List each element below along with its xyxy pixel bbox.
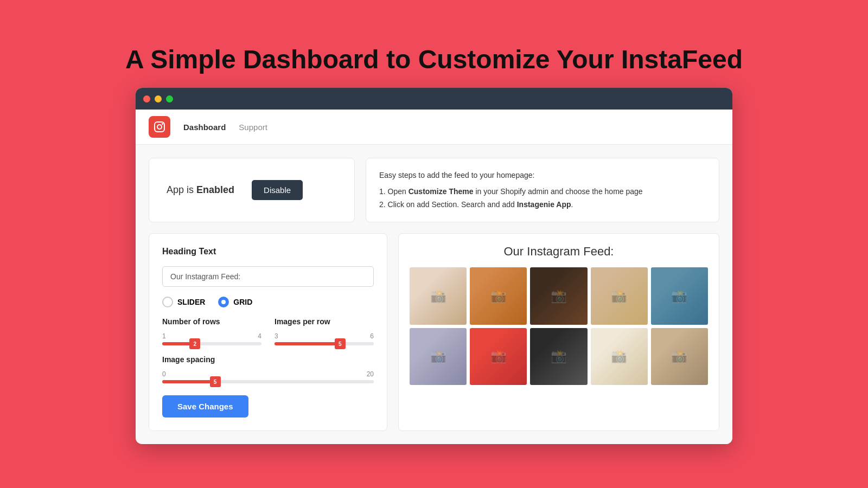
instructions-step2: 2. Click on add Section. Search and add … <box>379 198 706 211</box>
images-per-row-numbers: 3 6 <box>275 332 374 340</box>
instructions-step1: 1. Open Customize Theme in your Shopify … <box>379 185 706 198</box>
rows-slider-wrapper <box>162 342 261 345</box>
instructions-title: Easy steps to add the feed to your homep… <box>379 169 706 182</box>
spacing-wrapper <box>162 380 374 383</box>
browser-window: Dashboard Support App is Enabled Disable… <box>136 88 732 444</box>
grid-label: GRID <box>233 298 252 306</box>
grid-radio[interactable] <box>218 297 229 307</box>
photo-8 <box>530 328 587 385</box>
slider-label: SLIDER <box>177 298 205 306</box>
slider-radio[interactable] <box>162 297 173 307</box>
maximize-dot[interactable] <box>166 95 173 102</box>
nav-dashboard[interactable]: Dashboard <box>183 120 226 134</box>
status-text: App is Enabled <box>167 184 234 196</box>
images-per-row-wrapper <box>275 342 374 345</box>
spacing-label: Image spacing <box>162 355 374 364</box>
photo-3 <box>530 267 587 324</box>
images-per-row-slider-group: Images per row 3 6 <box>275 317 374 345</box>
photo-9 <box>591 328 648 385</box>
photo-1 <box>410 267 467 324</box>
layout-toggle: SLIDER GRID <box>162 297 374 307</box>
photo-2 <box>470 267 527 324</box>
photo-7 <box>470 328 527 385</box>
settings-panel: Heading Text SLIDER GRID <box>149 233 387 431</box>
page-title: A Simple Dashboard to Customize Your Ins… <box>125 44 743 75</box>
minimize-dot[interactable] <box>155 95 162 102</box>
disable-button[interactable]: Disable <box>252 180 303 200</box>
top-row: App is Enabled Disable Easy steps to add… <box>149 158 719 222</box>
images-per-row-label: Images per row <box>275 317 374 326</box>
navbar: Dashboard Support <box>136 110 732 145</box>
spacing-section: Image spacing 0 20 <box>162 355 374 383</box>
spacing-thumb[interactable] <box>210 376 221 387</box>
spacing-fill <box>162 380 215 383</box>
preview-panel: Our Instagram Feed: <box>398 233 719 431</box>
heading-input[interactable] <box>162 266 374 287</box>
grid-option[interactable]: GRID <box>218 297 252 307</box>
bottom-row: Heading Text SLIDER GRID <box>149 233 719 431</box>
images-per-row-thumb[interactable] <box>335 338 346 349</box>
photo-5 <box>651 267 708 324</box>
rows-slider-thumb[interactable] <box>189 338 200 349</box>
images-per-row-fill <box>275 342 340 345</box>
preview-title: Our Instagram Feed: <box>504 245 614 259</box>
rows-slider-group: Number of rows 1 4 <box>162 317 261 345</box>
instructions-card: Easy steps to add the feed to your homep… <box>366 158 719 222</box>
status-card: App is Enabled Disable <box>149 158 355 222</box>
slider-option[interactable]: SLIDER <box>162 297 205 307</box>
photo-6 <box>410 328 467 385</box>
photo-10 <box>651 328 708 385</box>
titlebar <box>136 88 732 110</box>
svg-point-1 <box>157 125 162 129</box>
rows-slider-label: Number of rows <box>162 317 261 326</box>
heading-section: Heading Text <box>162 247 374 287</box>
sliders-row: Number of rows 1 4 <box>162 317 374 345</box>
save-button[interactable]: Save Changes <box>162 395 248 418</box>
rows-slider-numbers: 1 4 <box>162 332 261 340</box>
heading-label: Heading Text <box>162 247 374 256</box>
svg-point-2 <box>162 123 163 125</box>
nav-support[interactable]: Support <box>239 120 267 134</box>
spacing-numbers: 0 20 <box>162 370 374 378</box>
status-value: Enabled <box>196 184 234 195</box>
main-content: App is Enabled Disable Easy steps to add… <box>136 145 732 444</box>
photo-grid <box>410 267 708 384</box>
photo-4 <box>591 267 648 324</box>
app-logo <box>149 116 170 138</box>
close-dot[interactable] <box>143 95 150 102</box>
